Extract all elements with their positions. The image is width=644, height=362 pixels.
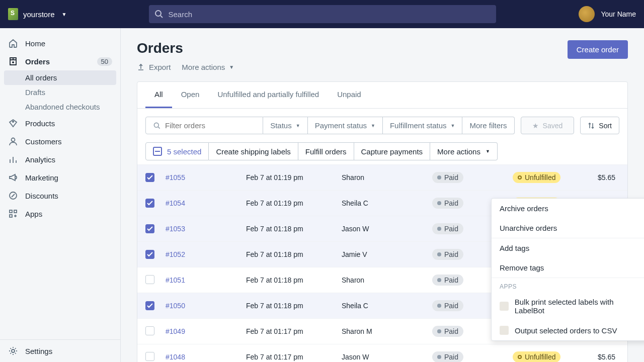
create-order-button[interactable]: Create order	[568, 40, 628, 59]
chevron-down-icon: ▼	[296, 123, 300, 128]
order-id-link[interactable]: #1052	[166, 250, 246, 258]
order-id-link[interactable]: #1048	[166, 353, 246, 361]
export-button[interactable]: Export	[137, 63, 171, 71]
dropdown-archive-orders[interactable]: Archive orders	[492, 199, 644, 218]
discounts-icon	[8, 191, 18, 201]
dropdown-app-csv[interactable]: Output selected orders to CSV	[492, 320, 644, 340]
filter-orders-input[interactable]	[165, 121, 256, 130]
row-checkbox[interactable]	[145, 250, 154, 259]
tab-all[interactable]: All	[145, 82, 172, 108]
order-date: Feb 7 at 01:18 pm	[246, 276, 342, 284]
sidebar-item-home[interactable]: Home	[0, 34, 120, 52]
sidebar-item-discounts[interactable]: Discounts	[0, 187, 120, 205]
sidebar-item-label: Analytics	[25, 155, 55, 164]
export-icon	[137, 63, 145, 71]
row-checkbox[interactable]	[145, 352, 154, 361]
fulfill-orders-button[interactable]: Fulfill orders	[298, 142, 354, 160]
user-menu[interactable]: Your Name	[579, 6, 636, 22]
svg-point-0	[155, 11, 161, 16]
sidebar-item-products[interactable]: Products	[0, 114, 120, 132]
row-checkbox[interactable]	[145, 275, 154, 284]
search-input[interactable]	[149, 5, 496, 23]
dropdown-unarchive-orders[interactable]: Unarchive orders	[492, 218, 644, 238]
sidebar-item-label: Orders	[25, 57, 50, 66]
table-row[interactable]: #1055Feb 7 at 01:19 pmSharonPaidUnfulfil…	[137, 164, 627, 190]
sort-icon	[588, 122, 595, 129]
filter-input-wrap[interactable]	[145, 117, 263, 134]
order-date: Feb 7 at 01:19 pm	[246, 199, 342, 207]
order-customer: Sharon M	[342, 327, 432, 335]
svg-rect-14	[155, 151, 160, 152]
payment-status-badge: Paid	[432, 275, 463, 286]
order-date: Feb 7 at 01:18 pm	[246, 225, 342, 233]
dropdown-remove-tags[interactable]: Remove tags	[492, 258, 644, 278]
app-icon	[500, 326, 509, 335]
filter-status[interactable]: Status▼	[263, 117, 307, 134]
order-date: Feb 7 at 01:18 pm	[246, 250, 342, 258]
sidebar-item-apps[interactable]: Apps	[0, 205, 120, 223]
sidebar-sub-drafts[interactable]: Drafts	[0, 85, 120, 100]
filter-payment-status[interactable]: Payment status▼	[308, 117, 383, 134]
order-customer: Sharon	[342, 276, 432, 284]
svg-point-12	[154, 123, 158, 127]
svg-line-13	[158, 127, 159, 128]
row-checkbox[interactable]	[145, 224, 154, 233]
payment-status-badge: Paid	[432, 223, 463, 234]
tab-open[interactable]: Open	[172, 82, 209, 108]
more-filters-button[interactable]: More filters	[462, 117, 514, 134]
create-shipping-labels-button[interactable]: Create shipping labels	[209, 142, 298, 160]
sidebar-item-settings[interactable]: Settings	[0, 339, 120, 362]
gear-icon	[8, 346, 18, 356]
row-checkbox[interactable]	[145, 199, 154, 208]
sidebar-item-customers[interactable]: Customers	[0, 132, 120, 150]
store-switcher[interactable]: yourstore ▼	[8, 8, 66, 20]
search-icon	[154, 9, 164, 19]
order-id-link[interactable]: #1051	[166, 276, 246, 284]
row-checkbox[interactable]	[145, 301, 154, 310]
main-content: Orders Create order Export More actions …	[121, 28, 644, 362]
order-id-link[interactable]: #1050	[166, 302, 246, 310]
bulk-more-actions-button[interactable]: More actions ▼	[430, 142, 498, 160]
sort-button[interactable]: Sort	[580, 117, 619, 134]
chevron-down-icon: ▼	[229, 64, 234, 70]
svg-line-1	[160, 16, 163, 18]
dropdown-add-tags[interactable]: Add tags	[492, 238, 644, 258]
order-customer: Sharon	[342, 173, 432, 182]
order-id-link[interactable]: #1054	[166, 199, 246, 207]
sidebar-sub-all-orders[interactable]: All orders	[4, 70, 116, 85]
sidebar-item-label: Discounts	[25, 192, 58, 200]
indeterminate-checkbox-icon	[153, 147, 162, 156]
order-total: $5.65	[588, 353, 619, 361]
sidebar-item-marketing[interactable]: Marketing	[0, 168, 120, 187]
tab-unpaid[interactable]: Unpaid	[328, 82, 370, 108]
chevron-down-icon: ▼	[62, 12, 67, 17]
settings-label: Settings	[25, 347, 52, 355]
order-total: $5.65	[588, 173, 619, 182]
order-id-link[interactable]: #1049	[166, 327, 246, 335]
sidebar-item-label: Customers	[25, 137, 62, 146]
sidebar-item-label: Apps	[25, 210, 42, 218]
order-id-link[interactable]: #1055	[166, 173, 246, 182]
tab-unfulfilled[interactable]: Unfulfilled and partially fulfilled	[208, 82, 328, 108]
filter-fulfillment-status[interactable]: Fulfillment status▼	[383, 117, 462, 134]
row-checkbox[interactable]	[145, 173, 154, 182]
sidebar-item-analytics[interactable]: Analytics	[0, 150, 120, 168]
page-title: Orders	[137, 40, 183, 56]
row-checkbox[interactable]	[145, 326, 154, 335]
order-id-link[interactable]: #1053	[166, 225, 246, 233]
products-icon	[8, 118, 18, 128]
svg-rect-8	[10, 210, 12, 213]
home-icon	[8, 38, 18, 48]
orders-icon	[8, 56, 18, 66]
saved-search-button[interactable]: ★ Saved	[521, 117, 575, 134]
fulfillment-status-badge: Unfulfilled	[513, 351, 560, 362]
capture-payments-button[interactable]: Capture payments	[354, 142, 431, 160]
more-actions-button[interactable]: More actions ▼	[182, 63, 234, 71]
table-row[interactable]: #1048Feb 7 at 01:17 pmJason WPaidUnfulfi…	[137, 344, 627, 362]
dropdown-app-labelbot[interactable]: Bulk print selected labels with LabelBot	[492, 292, 644, 320]
sidebar-item-orders[interactable]: Orders 50	[0, 52, 120, 70]
select-all-toggle[interactable]: 5 selected	[145, 142, 209, 160]
app-icon	[500, 302, 509, 311]
svg-point-11	[12, 349, 15, 352]
sidebar-sub-abandoned[interactable]: Abandoned checkouts	[0, 100, 120, 114]
